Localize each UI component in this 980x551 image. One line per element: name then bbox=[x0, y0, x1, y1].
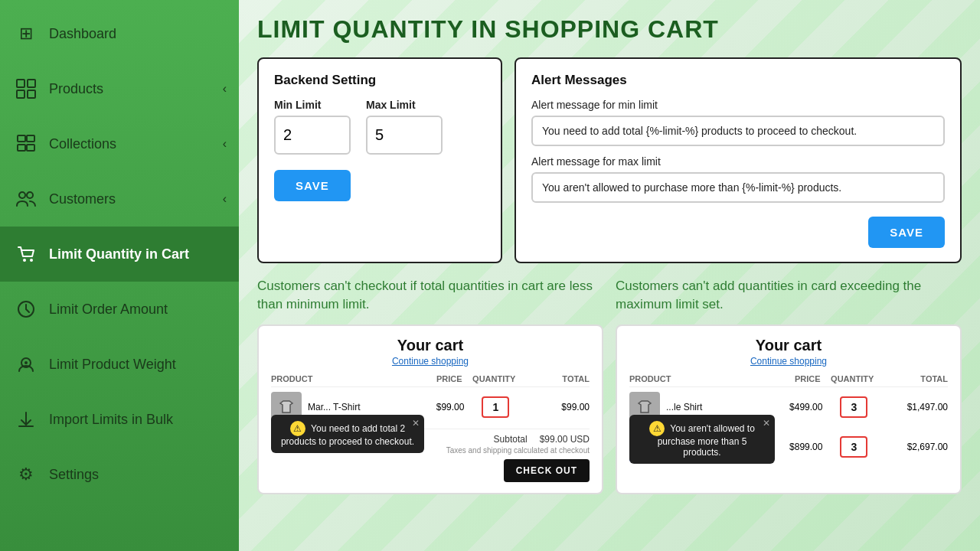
qty-input-max1[interactable]: 3 bbox=[840, 396, 867, 418]
svg-rect-5 bbox=[27, 135, 34, 142]
qty-input-min[interactable]: 1 bbox=[482, 396, 509, 418]
preview-max-product1-row: ⚠ You aren't allowed to purchase more th… bbox=[629, 392, 948, 422]
alert-card-title: Alert Messages bbox=[531, 73, 945, 88]
alert-warning-icon: ⚠ bbox=[290, 421, 305, 436]
product-total-min: $99.00 bbox=[527, 402, 590, 412]
backend-card-title: Backend Setting bbox=[274, 73, 485, 88]
collections-icon bbox=[12, 130, 40, 158]
sidebar-item-limit-weight[interactable]: Limit Product Weight bbox=[0, 337, 239, 392]
subtotal-label: Subtotal bbox=[494, 434, 528, 445]
products-icon bbox=[12, 75, 40, 103]
min-limit-label: Min Limit bbox=[274, 99, 351, 111]
col-qty-header-max: QUANTITY bbox=[821, 374, 884, 383]
collections-chevron: ‹ bbox=[223, 137, 227, 151]
backend-save-button[interactable]: SAVE bbox=[274, 170, 351, 201]
alert-warning-icon-max: ⚠ bbox=[649, 421, 665, 436]
subtotal-value: $99.00 USD bbox=[540, 434, 590, 445]
preview-max-title: Your cart bbox=[629, 337, 948, 354]
max-limit-group: Max Limit bbox=[366, 99, 443, 155]
customers-icon bbox=[12, 185, 40, 213]
svg-rect-2 bbox=[17, 90, 24, 98]
col-product-header-max: PRODUCT bbox=[629, 374, 756, 383]
svg-point-8 bbox=[19, 192, 25, 198]
svg-point-14 bbox=[24, 361, 28, 364]
svg-rect-1 bbox=[28, 80, 35, 87]
product-name-min: Mar... T-Shirt bbox=[302, 402, 402, 412]
max-limit-input[interactable] bbox=[366, 116, 443, 155]
settings-icon: ⚙ bbox=[12, 461, 40, 488]
max-toast-close-icon[interactable]: ✕ bbox=[763, 418, 770, 429]
preview-row: Your cart Continue shopping PRODUCT PRIC… bbox=[257, 324, 962, 494]
col-qty-header: QUANTITY bbox=[462, 374, 526, 383]
customers-chevron: ‹ bbox=[223, 192, 227, 206]
sidebar-item-import-bulk[interactable]: Import Limits in Bulk bbox=[0, 392, 239, 447]
product-qty-max1: 3 bbox=[822, 396, 885, 418]
col-total-header-max: TOTAL bbox=[884, 374, 948, 383]
description-row: Customers can't checkout if total quanti… bbox=[257, 277, 962, 314]
import-bulk-icon bbox=[12, 406, 40, 433]
svg-point-11 bbox=[30, 259, 33, 262]
preview-min-title: Your cart bbox=[271, 337, 590, 354]
sidebar-label-collections: Collections bbox=[49, 136, 116, 152]
sidebar-item-limit-order[interactable]: Limit Order Amount bbox=[0, 282, 239, 337]
sidebar-item-settings[interactable]: ⚙ Settings bbox=[0, 447, 239, 502]
sidebar-item-limit-cart[interactable]: Limit Quantity in Cart bbox=[0, 227, 239, 282]
sidebar-item-collections[interactable]: Collections ‹ bbox=[0, 116, 239, 171]
sidebar-item-products[interactable]: Products ‹ bbox=[0, 61, 239, 116]
max-limit-label: Max Limit bbox=[366, 99, 443, 111]
toast-close-icon[interactable]: ✕ bbox=[412, 418, 420, 429]
preview-min-table-header: PRODUCT PRICE QUANTITY TOTAL bbox=[271, 374, 590, 387]
min-limit-input[interactable] bbox=[274, 116, 351, 155]
sidebar-item-dashboard[interactable]: ⊞ Dashboard bbox=[0, 6, 239, 61]
sidebar-label-import-bulk: Import Limits in Bulk bbox=[49, 412, 173, 428]
main-content: LIMIT QUANTITY IN SHOPPING CART Backend … bbox=[239, 0, 980, 551]
sidebar-label-limit-order: Limit Order Amount bbox=[49, 302, 168, 318]
backend-setting-card: Backend Setting Min Limit Max Limit SAVE bbox=[257, 57, 502, 263]
limit-weight-icon bbox=[12, 350, 40, 378]
max-alert-toast: ⚠ You aren't allowed to purchase more th… bbox=[629, 415, 775, 464]
max-alert-input[interactable] bbox=[531, 172, 945, 203]
product-qty-max2: 3 bbox=[822, 436, 885, 458]
product-total-max1: $1,497.00 bbox=[885, 402, 948, 412]
sidebar-label-limit-weight: Limit Product Weight bbox=[49, 357, 176, 373]
col-price-header-max: PRICE bbox=[756, 374, 820, 383]
min-alert-input[interactable] bbox=[531, 116, 945, 146]
min-limit-group: Min Limit bbox=[274, 99, 351, 155]
col-total-header: TOTAL bbox=[526, 374, 590, 383]
sidebar-label-settings: Settings bbox=[49, 467, 99, 483]
sidebar-item-customers[interactable]: Customers ‹ bbox=[0, 171, 239, 227]
preview-max-card: Your cart Continue shopping PRODUCT PRIC… bbox=[616, 324, 962, 494]
limit-cart-icon bbox=[12, 240, 40, 268]
svg-rect-0 bbox=[17, 80, 24, 87]
sidebar-label-customers: Customers bbox=[49, 191, 116, 207]
min-alert-label: Alert message for min limit bbox=[531, 99, 945, 111]
preview-min-card: Your cart Continue shopping PRODUCT PRIC… bbox=[257, 324, 603, 494]
col-product-header: PRODUCT bbox=[271, 374, 398, 383]
product-total-max2: $2,697.00 bbox=[885, 442, 948, 452]
settings-cards-row: Backend Setting Min Limit Max Limit SAVE… bbox=[257, 57, 962, 263]
preview-min-product-row: ⚠ You need to add total 2 products to pr… bbox=[271, 392, 590, 422]
svg-rect-4 bbox=[18, 135, 25, 142]
min-alert-toast: ⚠ You need to add total 2 products to pr… bbox=[271, 415, 424, 453]
desc-max: Customers can't add quantities in card e… bbox=[616, 277, 962, 314]
desc-min: Customers can't checkout if total quanti… bbox=[257, 277, 603, 314]
svg-rect-7 bbox=[27, 145, 34, 151]
sidebar-label-products: Products bbox=[49, 81, 103, 97]
preview-max-table-header: PRODUCT PRICE QUANTITY TOTAL bbox=[629, 374, 948, 387]
checkout-button[interactable]: CHECK OUT bbox=[504, 459, 590, 482]
svg-rect-3 bbox=[28, 90, 35, 98]
svg-rect-6 bbox=[18, 145, 25, 151]
preview-min-continue[interactable]: Continue shopping bbox=[271, 356, 590, 367]
checkout-btn-row: CHECK OUT bbox=[271, 459, 590, 482]
sidebar: ⊞ Dashboard Products ‹ Collections ‹ Cus… bbox=[0, 0, 239, 551]
alert-save-button[interactable]: SAVE bbox=[868, 217, 945, 248]
limit-order-icon bbox=[12, 295, 40, 323]
product-qty-min: 1 bbox=[464, 396, 527, 418]
products-chevron: ‹ bbox=[223, 82, 227, 96]
dashboard-icon: ⊞ bbox=[12, 20, 40, 47]
qty-input-max2[interactable]: 3 bbox=[840, 436, 867, 458]
svg-point-10 bbox=[23, 259, 26, 262]
max-alert-label: Alert message for max limit bbox=[531, 155, 945, 168]
preview-max-continue[interactable]: Continue shopping bbox=[629, 356, 948, 367]
alert-messages-card: Alert Messages Alert message for min lim… bbox=[514, 57, 962, 263]
